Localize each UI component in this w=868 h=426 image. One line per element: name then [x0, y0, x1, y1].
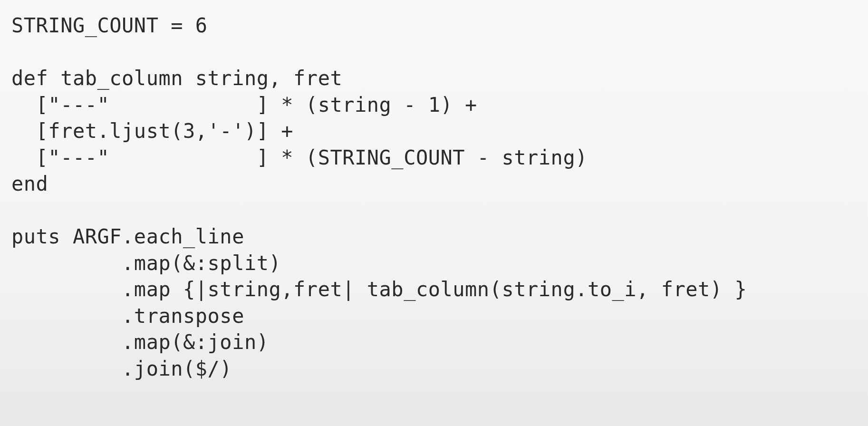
code-block: STRING_COUNT = 6 def tab_column string, … [11, 13, 868, 383]
code-content: STRING_COUNT = 6 def tab_column string, … [11, 14, 747, 380]
